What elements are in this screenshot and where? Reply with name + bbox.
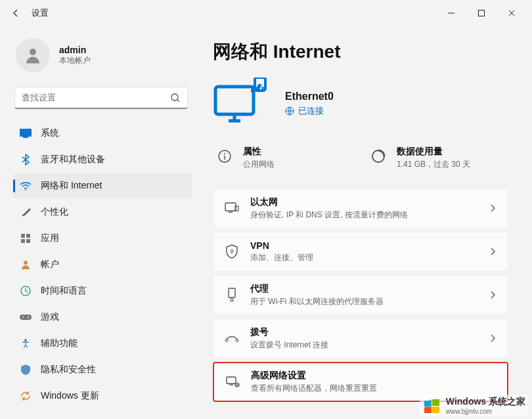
content: 网络和 Internet Ethernet0 已连接 bbox=[197, 26, 532, 419]
stat-properties[interactable]: 属性 公用网络 bbox=[213, 142, 355, 174]
nav-item-gaming[interactable]: 游戏 bbox=[13, 305, 192, 330]
nav-item-update[interactable]: Windows 更新 bbox=[13, 384, 192, 408]
update-icon bbox=[20, 390, 32, 402]
network-status: Ethernet0 已连接 bbox=[213, 77, 508, 130]
svg-rect-9 bbox=[26, 234, 30, 238]
stat-usage[interactable]: 数据使用量 1.41 GB，过去 30 天 bbox=[366, 142, 508, 174]
titlebar: 设置 bbox=[0, 0, 532, 26]
stat-title: 数据使用量 bbox=[397, 146, 470, 158]
windows-logo-icon bbox=[422, 397, 441, 415]
nav-item-accounts[interactable]: 帐户 bbox=[13, 252, 192, 277]
svg-rect-29 bbox=[225, 203, 236, 211]
card-dialup[interactable]: 拨号 设置拨号 Internet 连接 bbox=[213, 319, 508, 358]
minimize-button[interactable] bbox=[436, 3, 466, 24]
account-icon bbox=[20, 259, 32, 271]
stat-sub: 1.41 GB，过去 30 天 bbox=[397, 159, 470, 170]
maximize-button[interactable] bbox=[466, 3, 497, 24]
svg-point-7 bbox=[25, 189, 26, 190]
svg-rect-39 bbox=[227, 377, 236, 384]
search-box[interactable] bbox=[14, 87, 188, 109]
chevron-right-icon bbox=[488, 290, 497, 299]
svg-rect-14 bbox=[20, 315, 32, 320]
window-controls bbox=[436, 3, 527, 24]
arrow-left-icon bbox=[11, 8, 21, 18]
card-title: VPN bbox=[250, 240, 477, 251]
search-icon bbox=[170, 93, 181, 103]
nav-item-label: 系统 bbox=[41, 127, 59, 139]
user-row[interactable]: admin 本地帐户 bbox=[13, 34, 192, 84]
card-vpn[interactable]: VPN 添加、连接、管理 bbox=[213, 232, 508, 271]
svg-point-26 bbox=[224, 153, 225, 154]
nav-item-label: 个性化 bbox=[41, 206, 68, 218]
watermark-url: www.bjjmlv.com bbox=[446, 408, 525, 415]
data-usage-icon bbox=[369, 147, 388, 165]
svg-rect-38 bbox=[236, 340, 238, 342]
card-sub: 添加、连接、管理 bbox=[250, 252, 477, 263]
clock-icon bbox=[20, 285, 32, 297]
nav-item-label: 时间和语言 bbox=[41, 285, 87, 297]
card-ethernet[interactable]: 以太网 身份验证, IP 和 DNS 设置, 按流量计费的网络 bbox=[213, 188, 508, 228]
nav-item-label: 帐户 bbox=[41, 259, 59, 271]
watermark: Windows 系统之家 www.bjjmlv.com bbox=[420, 395, 528, 416]
nav-item-apps[interactable]: 应用 bbox=[13, 226, 192, 251]
sidebar: admin 本地帐户 系统 蓝牙和其他设备 网络和 Internet bbox=[0, 26, 197, 419]
svg-rect-34 bbox=[229, 288, 235, 298]
nav-item-label: 蓝牙和其他设备 bbox=[41, 154, 105, 165]
wifi-icon bbox=[20, 180, 32, 192]
nav-item-time-language[interactable]: 时间和语言 bbox=[13, 278, 192, 303]
card-title: 代理 bbox=[250, 283, 477, 295]
search-input[interactable] bbox=[22, 93, 170, 102]
svg-point-17 bbox=[24, 339, 27, 342]
svg-point-15 bbox=[22, 317, 24, 318]
svg-rect-37 bbox=[225, 340, 228, 342]
info-icon bbox=[215, 147, 234, 165]
nav-item-accessibility[interactable]: 辅助功能 bbox=[13, 331, 192, 356]
back-button[interactable] bbox=[5, 3, 26, 24]
card-sub: 查看所有网络适配器，网络重置重置 bbox=[251, 383, 497, 394]
vpn-icon bbox=[224, 244, 240, 259]
brush-icon bbox=[20, 206, 32, 218]
user-name: admin bbox=[59, 45, 91, 55]
proxy-icon bbox=[224, 287, 240, 303]
nav: 系统 蓝牙和其他设备 网络和 Internet 个性化 应用 帐户 bbox=[13, 121, 192, 408]
svg-rect-11 bbox=[26, 239, 30, 243]
svg-rect-6 bbox=[23, 137, 28, 138]
watermark-text: Windows 系统之家 bbox=[446, 396, 525, 408]
close-button[interactable] bbox=[497, 3, 527, 24]
shield-icon bbox=[20, 364, 32, 376]
card-title: 拨号 bbox=[250, 326, 477, 338]
chevron-right-icon bbox=[488, 247, 497, 256]
page-title: 网络和 Internet bbox=[213, 39, 508, 64]
nav-item-label: 网络和 Internet bbox=[41, 180, 102, 192]
dialup-icon bbox=[224, 330, 240, 346]
minimize-icon bbox=[447, 9, 455, 17]
svg-rect-5 bbox=[20, 129, 32, 137]
nav-item-network[interactable]: 网络和 Internet bbox=[13, 173, 192, 198]
stats-row: 属性 公用网络 数据使用量 1.41 GB，过去 30 天 bbox=[213, 142, 508, 174]
person-icon bbox=[23, 45, 43, 65]
connection-name: Ethernet0 bbox=[285, 91, 334, 102]
card-title: 以太网 bbox=[250, 196, 477, 208]
chevron-right-icon bbox=[488, 334, 497, 343]
apps-icon bbox=[20, 232, 32, 244]
cards-list: 以太网 身份验证, IP 和 DNS 设置, 按流量计费的网络 VPN 添加、连… bbox=[213, 188, 508, 402]
nav-item-bluetooth[interactable]: 蓝牙和其他设备 bbox=[13, 147, 192, 172]
svg-point-3 bbox=[171, 94, 178, 100]
nav-item-label: Windows 更新 bbox=[41, 390, 99, 402]
advanced-network-icon bbox=[225, 374, 240, 390]
svg-rect-45 bbox=[432, 399, 439, 406]
nav-item-label: 游戏 bbox=[41, 311, 59, 323]
nav-item-system[interactable]: 系统 bbox=[13, 121, 192, 146]
ethernet-icon bbox=[224, 200, 240, 216]
gaming-icon bbox=[20, 311, 32, 323]
card-proxy[interactable]: 代理 用于 Wi-Fi 和以太网连接的代理服务器 bbox=[213, 275, 508, 315]
nav-item-personalization[interactable]: 个性化 bbox=[13, 200, 192, 225]
nav-item-privacy[interactable]: 隐私和安全性 bbox=[13, 357, 192, 382]
svg-line-4 bbox=[177, 100, 179, 102]
accessibility-icon bbox=[20, 338, 32, 349]
close-icon bbox=[508, 9, 516, 17]
svg-rect-10 bbox=[21, 239, 25, 243]
connection-status: 已连接 bbox=[285, 105, 334, 117]
system-icon bbox=[20, 127, 32, 139]
svg-rect-46 bbox=[432, 407, 439, 413]
